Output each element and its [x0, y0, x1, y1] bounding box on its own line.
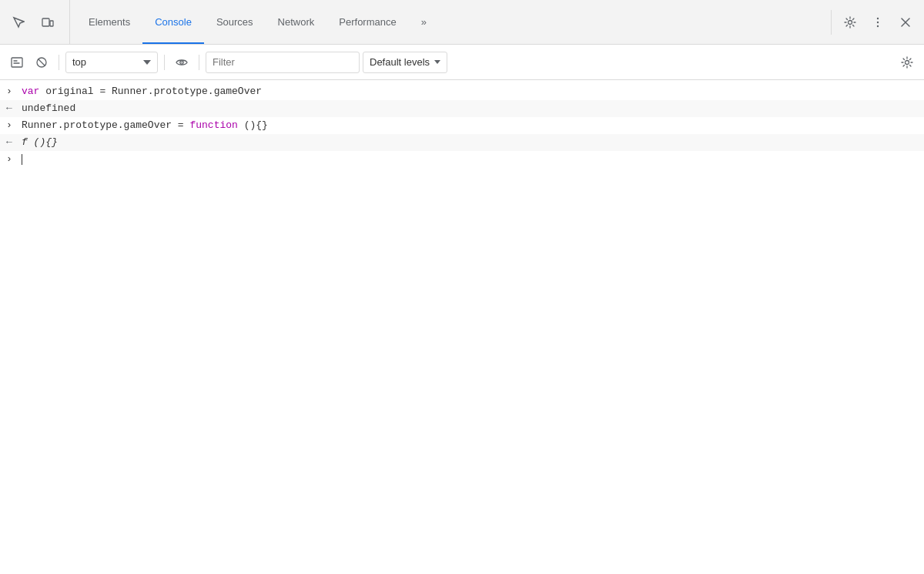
line-content: Runner.prototype.gameOver = function (){… — [22, 119, 918, 133]
active-input-content — [22, 153, 918, 166]
tab-bar-icons — [6, 0, 70, 44]
svg-line-12 — [38, 59, 45, 65]
toolbar: top Default levels — [0, 45, 924, 80]
tab-network[interactable]: Network — [266, 0, 327, 44]
svg-point-15 — [906, 60, 909, 64]
svg-rect-1 — [50, 21, 53, 26]
tab-bar-right-icons — [831, 10, 918, 35]
input-arrow: › — [6, 85, 22, 99]
context-selector[interactable]: top — [65, 52, 158, 73]
output-arrow: ← — [6, 136, 22, 149]
console-line: › var original = Runner.prototype.gameOv… — [0, 83, 924, 100]
tab-elements[interactable]: Elements — [76, 0, 142, 44]
more-options-icon[interactable] — [865, 10, 890, 35]
console-line: ← f (){} — [0, 134, 924, 151]
code-text: (){} — [238, 119, 268, 131]
filter-input[interactable] — [206, 52, 360, 73]
toolbar-divider-2 — [164, 55, 165, 70]
device-toolbar-icon[interactable] — [35, 10, 60, 35]
svg-point-3 — [877, 17, 879, 18]
console-line: › Runner.prototype.gameOver = function (… — [0, 117, 924, 134]
tab-console[interactable]: Console — [142, 0, 204, 44]
settings-icon[interactable] — [838, 10, 862, 35]
levels-chevron-icon — [434, 60, 440, 64]
log-levels-button[interactable]: Default levels — [363, 52, 447, 73]
tab-bar: Elements Console Sources Network Perform… — [0, 0, 924, 45]
output-arrow: ← — [6, 102, 22, 116]
console-settings-icon[interactable] — [896, 52, 918, 73]
block-icon[interactable] — [31, 52, 52, 73]
console-output: › var original = Runner.prototype.gameOv… — [0, 80, 924, 574]
svg-point-4 — [877, 21, 879, 22]
result-undefined: undefined — [22, 102, 75, 114]
input-cursor — [22, 154, 22, 165]
levels-label: Default levels — [370, 56, 430, 68]
console-line: ← undefined — [0, 100, 924, 117]
result-function: f (){} — [22, 136, 58, 148]
keyword-var: var — [22, 86, 39, 97]
svg-rect-8 — [12, 58, 22, 67]
line-content: f (){} — [22, 136, 918, 149]
svg-point-2 — [849, 20, 852, 24]
toolbar-divider-1 — [59, 55, 59, 70]
line-content: undefined — [22, 102, 918, 116]
svg-rect-0 — [42, 18, 49, 26]
svg-point-14 — [181, 62, 182, 63]
svg-point-5 — [877, 25, 879, 26]
chevron-down-icon — [143, 60, 151, 65]
clear-console-icon[interactable] — [6, 52, 28, 73]
tab-more[interactable]: » — [409, 0, 439, 44]
toolbar-divider-3 — [199, 55, 199, 70]
line-content: var original = Runner.prototype.gameOver — [22, 85, 918, 99]
keyword-function: function — [189, 119, 237, 131]
console-active-input-line[interactable]: › — [0, 151, 924, 168]
input-arrow: › — [6, 119, 22, 133]
close-icon[interactable] — [893, 10, 918, 35]
context-value: top — [72, 56, 139, 68]
tab-sources[interactable]: Sources — [204, 0, 266, 44]
code-text: original = Runner.prototype.gameOver — [39, 86, 262, 97]
code-text: Runner.prototype.gameOver = — [22, 119, 189, 131]
inspect-icon[interactable] — [6, 10, 31, 35]
tab-performance[interactable]: Performance — [326, 0, 408, 44]
input-arrow: › — [6, 153, 22, 166]
eye-icon[interactable] — [171, 52, 192, 73]
